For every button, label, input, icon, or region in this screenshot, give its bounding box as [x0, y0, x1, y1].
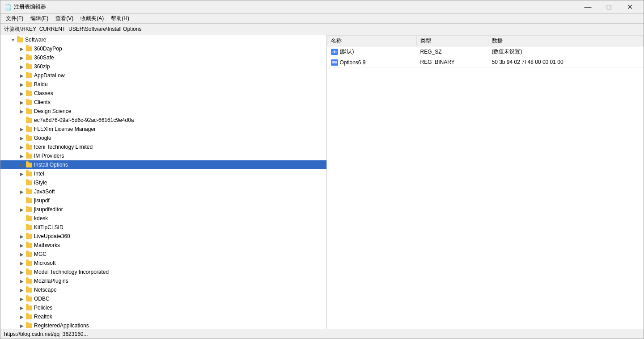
tree-item-modeltechnology[interactable]: ▶ Model Technology Incorporated	[0, 268, 326, 276]
folder-icon-360safe	[25, 54, 33, 61]
expand-policies[interactable]: ▶	[18, 303, 25, 312]
folder-icon-netscape	[25, 286, 33, 293]
tree-item-microsoft[interactable]: ▶ Microsoft	[0, 259, 326, 268]
expand-iceni[interactable]: ▶	[18, 142, 25, 151]
tree-item-kittipclsid[interactable]: ▶ KitTipCLSID	[0, 223, 326, 232]
folder-icon-mozillaplugins	[25, 277, 33, 285]
tree-pane[interactable]: ▼ Software ▶ 360DayPop ▶ 360Safe ▶	[0, 35, 327, 329]
col-header-data[interactable]: 数据	[488, 36, 644, 46]
minimize-button[interactable]: —	[578, 1, 598, 13]
col-header-name[interactable]: 名称	[327, 36, 417, 46]
expand-odbc[interactable]: ▶	[18, 294, 25, 303]
expand-mathworks[interactable]: ▶	[18, 241, 25, 250]
tree-item-liveupdate360[interactable]: ▶ LiveUpdate360	[0, 232, 326, 241]
folder-icon-intel	[25, 170, 33, 177]
expand-microsoft[interactable]: ▶	[18, 259, 25, 268]
folder-icon-istyle	[25, 179, 33, 186]
tree-item-ec7a6d76[interactable]: ▶ ec7a6d76-09af-5d6c-92ac-66161c9e4d0a	[0, 116, 326, 125]
tree-item-360daypop[interactable]: ▶ 360DayPop	[0, 44, 326, 53]
expand-installoptions[interactable]: ▶	[18, 160, 25, 169]
reg-data-options69: 50 3b 94 02 7f 48 00 00 01 00	[488, 57, 644, 67]
expand-javasoft[interactable]: ▶	[18, 187, 25, 196]
expand-360daypop[interactable]: ▶	[18, 44, 25, 53]
tree-item-mozillaplugins[interactable]: ▶ MozillaPlugins	[0, 276, 326, 285]
tree-label-intel: Intel	[34, 171, 44, 177]
folder-icon-designscience	[25, 108, 33, 115]
main-window: 🗒️ 注册表编辑器 — □ ✕ 文件(F) 编辑(E) 查看(V) 收藏夹(A)…	[0, 0, 644, 339]
menu-view[interactable]: 查看(V)	[52, 14, 77, 23]
tree-label-ec7a6d76: ec7a6d76-09af-5d6c-92ac-66161c9e4d0a	[34, 117, 134, 123]
col-header-type[interactable]: 类型	[417, 36, 488, 46]
expand-software[interactable]: ▼	[9, 35, 17, 44]
expand-intel[interactable]: ▶	[18, 169, 25, 178]
tree-item-mathworks[interactable]: ▶ Mathworks	[0, 241, 326, 250]
title-bar: 🗒️ 注册表编辑器 — □ ✕	[0, 0, 644, 14]
tree-label-flexlm: FLEXlm License Manager	[34, 126, 96, 132]
tree-label-baidu: Baidu	[34, 81, 48, 88]
tree-label-jisupdfeditor: jisupdfeditor	[34, 206, 63, 213]
tree-label-mgc: MGC	[34, 251, 47, 257]
folder-icon-ec7a6d76	[25, 117, 33, 124]
close-button[interactable]: ✕	[620, 1, 640, 13]
tree-item-software[interactable]: ▼ Software	[0, 35, 326, 44]
tree-label-360daypop: 360DayPop	[34, 46, 62, 52]
tree-item-kdesk[interactable]: ▶ kdesk	[0, 214, 326, 223]
tree-item-registeredapps[interactable]: ▶ RegisteredApplications	[0, 321, 326, 329]
tree-item-baidu[interactable]: ▶ Baidu	[0, 80, 326, 89]
expand-realtek[interactable]: ▶	[18, 312, 25, 321]
tree-item-classes[interactable]: ▶ Classes	[0, 89, 326, 98]
folder-icon-policies	[25, 304, 33, 311]
tree-item-iceni[interactable]: ▶ Iceni Technology Limited	[0, 142, 326, 151]
tree-item-flexlm[interactable]: ▶ FLEXlm License Manager	[0, 125, 326, 134]
tree-item-360safe[interactable]: ▶ 360Safe	[0, 53, 326, 62]
expand-modeltechnology[interactable]: ▶	[18, 268, 25, 276]
tree-item-improviders[interactable]: ▶ IM Providers	[0, 151, 326, 160]
expand-flexlm[interactable]: ▶	[18, 125, 25, 134]
expand-jisupdfeditor[interactable]: ▶	[18, 205, 25, 214]
menu-edit[interactable]: 编辑(E)	[27, 14, 52, 23]
tree-label-liveupdate360: LiveUpdate360	[34, 233, 70, 239]
expand-mozillaplugins[interactable]: ▶	[18, 276, 25, 285]
table-row[interactable]: ab (默认) REG_SZ (数值未设置)	[327, 46, 644, 57]
menu-help[interactable]: 帮助(H)	[107, 14, 133, 23]
menu-favorites[interactable]: 收藏夹(A)	[77, 14, 107, 23]
tree-item-intel[interactable]: ▶ Intel	[0, 169, 326, 178]
tree-item-netscape[interactable]: ▶ Netscape	[0, 285, 326, 294]
maximize-button[interactable]: □	[599, 1, 619, 13]
tree-item-istyle[interactable]: ▶ iStyle	[0, 178, 326, 187]
table-row[interactable]: 010 Options6.9 REG_BINARY 50 3b 94 02 7f…	[327, 57, 644, 67]
expand-netscape[interactable]: ▶	[18, 285, 25, 294]
tree-label-improviders: IM Providers	[34, 153, 64, 159]
expand-google[interactable]: ▶	[18, 134, 25, 142]
tree-item-javasoft[interactable]: ▶ JavaSoft	[0, 187, 326, 196]
expand-designscience[interactable]: ▶	[18, 107, 25, 116]
tree-label-kdesk: kdesk	[34, 215, 48, 222]
expand-classes[interactable]: ▶	[18, 89, 25, 98]
expand-registeredapps[interactable]: ▶	[18, 321, 25, 329]
expand-appdatalow[interactable]: ▶	[18, 71, 25, 80]
expand-360zip[interactable]: ▶	[18, 62, 25, 71]
tree-item-clients[interactable]: ▶ Clients	[0, 98, 326, 107]
tree-label-modeltechnology: Model Technology Incorporated	[34, 269, 109, 275]
tree-item-mgc[interactable]: ▶ MGC	[0, 250, 326, 259]
tree-item-policies[interactable]: ▶ Policies	[0, 303, 326, 312]
menu-file[interactable]: 文件(F)	[2, 14, 27, 23]
expand-baidu[interactable]: ▶	[18, 80, 25, 89]
tree-item-designscience[interactable]: ▶ Design Science	[0, 107, 326, 116]
tree-item-jisupdfeditor[interactable]: ▶ jisupdfeditor	[0, 205, 326, 214]
tree-label-installoptions: Install Options	[34, 162, 68, 168]
expand-360safe[interactable]: ▶	[18, 53, 25, 62]
tree-item-jisupdf[interactable]: ▶ jisupdf	[0, 196, 326, 205]
tree-item-odbc[interactable]: ▶ ODBC	[0, 294, 326, 303]
expand-improviders[interactable]: ▶	[18, 151, 25, 160]
tree-item-360zip[interactable]: ▶ 360zip	[0, 62, 326, 71]
tree-item-realtek[interactable]: ▶ Realtek	[0, 312, 326, 321]
tree-item-appdatalow[interactable]: ▶ AppDataLow	[0, 71, 326, 80]
tree-item-installoptions[interactable]: ▶ Install Options	[0, 160, 326, 169]
address-bar: 计算机\HKEY_CURRENT_USER\Software\Install O…	[0, 24, 644, 35]
expand-clients[interactable]: ▶	[18, 98, 25, 107]
expand-liveupdate360[interactable]: ▶	[18, 232, 25, 241]
expand-mgc[interactable]: ▶	[18, 250, 25, 259]
tree-item-google[interactable]: ▶ Google	[0, 134, 326, 142]
folder-icon-javasoft	[25, 188, 33, 195]
